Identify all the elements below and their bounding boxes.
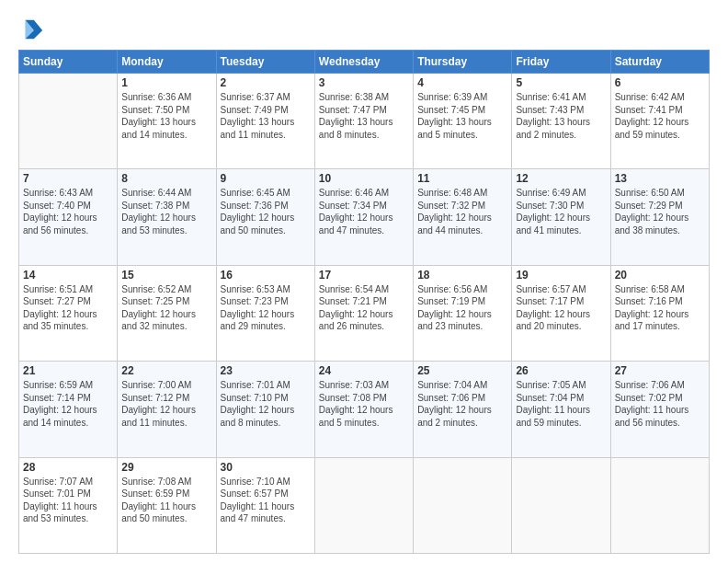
- cell-sun-info: Sunrise: 6:50 AM Sunset: 7:29 PM Dayligh…: [615, 187, 705, 236]
- calendar-cell: [610, 457, 709, 553]
- weekday-header-wednesday: Wednesday: [314, 51, 413, 74]
- weekday-header-friday: Friday: [512, 51, 610, 74]
- cell-sun-info: Sunrise: 7:07 AM Sunset: 7:01 PM Dayligh…: [23, 476, 113, 525]
- cell-sun-info: Sunrise: 6:52 AM Sunset: 7:25 PM Dayligh…: [121, 283, 211, 333]
- cell-sun-info: Sunrise: 6:39 AM Sunset: 7:45 PM Dayligh…: [417, 91, 507, 141]
- day-number: 15: [121, 269, 211, 282]
- calendar-cell: 19Sunrise: 6:57 AM Sunset: 7:17 PM Dayli…: [512, 265, 610, 361]
- day-number: 5: [516, 76, 606, 89]
- cell-sun-info: Sunrise: 6:57 AM Sunset: 7:17 PM Dayligh…: [516, 283, 606, 333]
- day-number: 23: [221, 364, 311, 377]
- day-number: 19: [516, 269, 606, 282]
- calendar-cell: 22Sunrise: 7:00 AM Sunset: 7:12 PM Dayli…: [118, 362, 216, 457]
- calendar-cell: 3Sunrise: 6:38 AM Sunset: 7:47 PM Daylig…: [314, 74, 413, 169]
- calendar-cell: 15Sunrise: 6:52 AM Sunset: 7:25 PM Dayli…: [118, 265, 216, 361]
- calendar-week-row: 28Sunrise: 7:07 AM Sunset: 7:01 PM Dayli…: [19, 457, 710, 553]
- day-number: 10: [319, 172, 409, 185]
- cell-sun-info: Sunrise: 6:53 AM Sunset: 7:23 PM Dayligh…: [221, 283, 311, 333]
- weekday-header-thursday: Thursday: [414, 51, 512, 74]
- day-number: 16: [221, 269, 311, 282]
- calendar-cell: 6Sunrise: 6:42 AM Sunset: 7:41 PM Daylig…: [610, 74, 709, 169]
- cell-sun-info: Sunrise: 6:36 AM Sunset: 7:50 PM Dayligh…: [121, 91, 211, 141]
- cell-sun-info: Sunrise: 6:37 AM Sunset: 7:49 PM Dayligh…: [221, 91, 311, 141]
- calendar-cell: 14Sunrise: 6:51 AM Sunset: 7:27 PM Dayli…: [19, 265, 118, 361]
- page: SundayMondayTuesdayWednesdayThursdayFrid…: [0, 0, 728, 563]
- calendar-cell: [314, 457, 413, 553]
- day-number: 21: [23, 364, 113, 377]
- calendar-cell: 30Sunrise: 7:10 AM Sunset: 6:57 PM Dayli…: [216, 457, 314, 553]
- calendar-cell: 1Sunrise: 6:36 AM Sunset: 7:50 PM Daylig…: [118, 74, 216, 169]
- calendar-cell: 29Sunrise: 7:08 AM Sunset: 6:59 PM Dayli…: [118, 457, 216, 553]
- day-number: 20: [615, 269, 705, 282]
- logo: [18, 17, 48, 42]
- calendar-cell: 27Sunrise: 7:06 AM Sunset: 7:02 PM Dayli…: [610, 362, 709, 457]
- day-number: 2: [221, 76, 311, 89]
- day-number: 9: [221, 172, 311, 185]
- calendar-cell: 24Sunrise: 7:03 AM Sunset: 7:08 PM Dayli…: [314, 362, 413, 457]
- cell-sun-info: Sunrise: 6:45 AM Sunset: 7:36 PM Dayligh…: [221, 187, 311, 236]
- day-number: 1: [121, 76, 211, 89]
- cell-sun-info: Sunrise: 6:42 AM Sunset: 7:41 PM Dayligh…: [615, 91, 705, 141]
- calendar-cell: 11Sunrise: 6:48 AM Sunset: 7:32 PM Dayli…: [414, 169, 512, 265]
- weekday-header-saturday: Saturday: [610, 51, 709, 74]
- cell-sun-info: Sunrise: 6:49 AM Sunset: 7:30 PM Dayligh…: [516, 187, 606, 236]
- calendar-week-row: 1Sunrise: 6:36 AM Sunset: 7:50 PM Daylig…: [19, 74, 710, 169]
- day-number: 14: [23, 269, 113, 282]
- calendar-cell: 5Sunrise: 6:41 AM Sunset: 7:43 PM Daylig…: [512, 74, 610, 169]
- day-number: 17: [319, 269, 409, 282]
- day-number: 8: [121, 172, 211, 185]
- cell-sun-info: Sunrise: 7:06 AM Sunset: 7:02 PM Dayligh…: [615, 379, 705, 429]
- day-number: 24: [319, 364, 409, 377]
- calendar-cell: 13Sunrise: 6:50 AM Sunset: 7:29 PM Dayli…: [610, 169, 709, 265]
- calendar-cell: 10Sunrise: 6:46 AM Sunset: 7:34 PM Dayli…: [314, 169, 413, 265]
- calendar-cell: [19, 74, 118, 169]
- day-number: 7: [23, 172, 113, 185]
- cell-sun-info: Sunrise: 6:41 AM Sunset: 7:43 PM Dayligh…: [516, 91, 606, 141]
- calendar-cell: 28Sunrise: 7:07 AM Sunset: 7:01 PM Dayli…: [19, 457, 118, 553]
- weekday-header-sunday: Sunday: [19, 51, 118, 74]
- calendar-cell: 16Sunrise: 6:53 AM Sunset: 7:23 PM Dayli…: [216, 265, 314, 361]
- header: [18, 17, 710, 42]
- cell-sun-info: Sunrise: 6:51 AM Sunset: 7:27 PM Dayligh…: [23, 283, 113, 333]
- cell-sun-info: Sunrise: 6:59 AM Sunset: 7:14 PM Dayligh…: [23, 379, 113, 429]
- day-number: 18: [417, 269, 507, 282]
- calendar-cell: 26Sunrise: 7:05 AM Sunset: 7:04 PM Dayli…: [512, 362, 610, 457]
- cell-sun-info: Sunrise: 7:03 AM Sunset: 7:08 PM Dayligh…: [319, 379, 409, 429]
- cell-sun-info: Sunrise: 7:00 AM Sunset: 7:12 PM Dayligh…: [121, 379, 211, 429]
- cell-sun-info: Sunrise: 7:10 AM Sunset: 6:57 PM Dayligh…: [221, 476, 311, 525]
- calendar-cell: 8Sunrise: 6:44 AM Sunset: 7:38 PM Daylig…: [118, 169, 216, 265]
- day-number: 27: [615, 364, 705, 377]
- day-number: 6: [615, 76, 705, 89]
- weekday-header-row: SundayMondayTuesdayWednesdayThursdayFrid…: [19, 51, 710, 74]
- calendar-cell: 25Sunrise: 7:04 AM Sunset: 7:06 PM Dayli…: [414, 362, 512, 457]
- calendar-week-row: 14Sunrise: 6:51 AM Sunset: 7:27 PM Dayli…: [19, 265, 710, 361]
- cell-sun-info: Sunrise: 6:48 AM Sunset: 7:32 PM Dayligh…: [417, 187, 507, 236]
- cell-sun-info: Sunrise: 6:46 AM Sunset: 7:34 PM Dayligh…: [319, 187, 409, 236]
- cell-sun-info: Sunrise: 7:05 AM Sunset: 7:04 PM Dayligh…: [516, 379, 606, 429]
- cell-sun-info: Sunrise: 6:58 AM Sunset: 7:16 PM Dayligh…: [615, 283, 705, 333]
- day-number: 4: [417, 76, 507, 89]
- calendar-week-row: 21Sunrise: 6:59 AM Sunset: 7:14 PM Dayli…: [19, 362, 710, 457]
- calendar-cell: 12Sunrise: 6:49 AM Sunset: 7:30 PM Dayli…: [512, 169, 610, 265]
- calendar-cell: 7Sunrise: 6:43 AM Sunset: 7:40 PM Daylig…: [19, 169, 118, 265]
- calendar-cell: [414, 457, 512, 553]
- weekday-header-tuesday: Tuesday: [216, 51, 314, 74]
- day-number: 29: [121, 461, 211, 474]
- cell-sun-info: Sunrise: 6:38 AM Sunset: 7:47 PM Dayligh…: [319, 91, 409, 141]
- day-number: 3: [319, 76, 409, 89]
- calendar-cell: 17Sunrise: 6:54 AM Sunset: 7:21 PM Dayli…: [314, 265, 413, 361]
- calendar-cell: 4Sunrise: 6:39 AM Sunset: 7:45 PM Daylig…: [414, 74, 512, 169]
- day-number: 11: [417, 172, 507, 185]
- calendar-cell: 23Sunrise: 7:01 AM Sunset: 7:10 PM Dayli…: [216, 362, 314, 457]
- day-number: 22: [121, 364, 211, 377]
- calendar-cell: 18Sunrise: 6:56 AM Sunset: 7:19 PM Dayli…: [414, 265, 512, 361]
- cell-sun-info: Sunrise: 7:04 AM Sunset: 7:06 PM Dayligh…: [417, 379, 507, 429]
- logo-icon: [18, 17, 44, 42]
- day-number: 25: [417, 364, 507, 377]
- calendar-table: SundayMondayTuesdayWednesdayThursdayFrid…: [18, 50, 710, 554]
- calendar-cell: 2Sunrise: 6:37 AM Sunset: 7:49 PM Daylig…: [216, 74, 314, 169]
- day-number: 30: [221, 461, 311, 474]
- cell-sun-info: Sunrise: 6:43 AM Sunset: 7:40 PM Dayligh…: [23, 187, 113, 236]
- day-number: 26: [516, 364, 606, 377]
- calendar-cell: [512, 457, 610, 553]
